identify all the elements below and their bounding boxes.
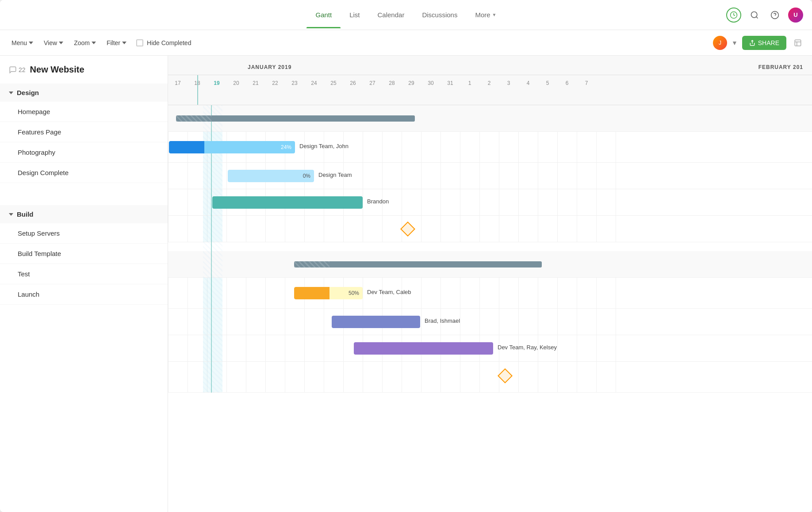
timer-icon[interactable]	[726, 8, 741, 23]
hide-completed-checkbox[interactable]	[136, 39, 143, 46]
design-collapse-icon	[9, 92, 13, 94]
tab-gantt[interactable]: Gantt	[306, 1, 341, 28]
build-collapse-icon	[9, 213, 13, 216]
test-label: Test	[18, 270, 30, 278]
view-chevron-icon	[59, 42, 63, 44]
gantt-section-gap-1	[0, 183, 168, 205]
gantt-row	[168, 216, 812, 242]
sidebar-item-features-page[interactable]: Features Page	[0, 122, 168, 142]
homepage-label: Homepage	[18, 108, 50, 115]
gantt-row: Dev Team, Ray, Kelsey	[168, 335, 812, 362]
tab-more-label: More	[475, 11, 490, 19]
gantt-row: Dev Team, Caleb50%	[168, 278, 812, 309]
filter-label: Filter	[107, 39, 120, 46]
share-button[interactable]: SHARE	[742, 36, 786, 50]
svg-line-2	[756, 16, 758, 18]
zoom-button[interactable]: Zoom	[69, 37, 100, 49]
zoom-chevron-icon	[92, 42, 96, 44]
view-label: View	[44, 39, 57, 46]
svg-point-1	[751, 11, 757, 17]
project-header: 22 New Website	[0, 56, 168, 84]
today-line	[197, 75, 198, 105]
search-icon[interactable]	[747, 8, 762, 22]
gantt-row: Design Team, John24%	[168, 132, 812, 163]
sidebar-section-design[interactable]: Design	[0, 84, 168, 102]
toolbar-right: J ▼ SHARE	[713, 36, 805, 50]
share-label: SHARE	[758, 39, 779, 46]
filter-button[interactable]: Filter	[102, 37, 131, 49]
launch-label: Launch	[18, 290, 39, 298]
tab-discussions[interactable]: Discussions	[413, 1, 466, 28]
sidebar-item-photography[interactable]: Photography	[0, 142, 168, 163]
sidebar-item-build-template[interactable]: Build Template	[0, 244, 168, 264]
gantt-row: 0%Design Team	[168, 163, 812, 189]
gantt-row	[168, 362, 812, 393]
avatar-chevron-icon: ▼	[732, 39, 738, 46]
notification-icon[interactable]	[791, 36, 805, 50]
tab-gantt-label: Gantt	[315, 11, 332, 19]
toolbar-user-avatar[interactable]: J	[713, 36, 727, 50]
project-title: New Website	[30, 65, 84, 75]
tab-calendar-label: Calendar	[378, 11, 405, 19]
build-template-label: Build Template	[18, 250, 61, 257]
view-button[interactable]: View	[39, 37, 68, 49]
gantt-row: Brad, Ishmael	[168, 309, 812, 335]
tab-more[interactable]: More ▼	[466, 1, 505, 28]
gantt-row	[168, 105, 812, 132]
filter-chevron-icon	[122, 42, 126, 44]
gantt-body: Design Team, John24%0%Design TeamBrandon…	[168, 105, 812, 393]
features-page-label: Features Page	[18, 128, 61, 136]
tab-list[interactable]: List	[341, 1, 368, 28]
tab-list-label: List	[349, 11, 360, 19]
main-content: 22 New Website Design Homepage Features …	[0, 56, 812, 512]
nav-right: U	[726, 8, 803, 23]
sidebar-item-setup-servers[interactable]: Setup Servers	[0, 223, 168, 244]
gantt-chart: JANUARY 2019 FEBRUARY 201 17181920212223…	[168, 56, 812, 512]
comment-count: 22	[19, 66, 26, 73]
setup-servers-label: Setup Servers	[18, 229, 60, 237]
sidebar: 22 New Website Design Homepage Features …	[0, 56, 168, 512]
build-section-label: Build	[17, 210, 34, 218]
menu-button[interactable]: Menu	[7, 37, 38, 49]
zoom-label: Zoom	[74, 39, 90, 46]
nav-tabs: Gantt List Calendar Discussions More ▼	[306, 1, 505, 28]
hide-completed-toggle[interactable]: Hide Completed	[136, 39, 191, 46]
gantt-row	[168, 242, 812, 251]
photography-label: Photography	[18, 149, 55, 156]
design-complete-label: Design Complete	[18, 169, 69, 176]
design-section-label: Design	[17, 89, 39, 96]
january-label: JANUARY 2019	[248, 64, 291, 70]
sidebar-item-homepage[interactable]: Homepage	[0, 102, 168, 122]
help-icon[interactable]	[768, 8, 782, 22]
tab-calendar[interactable]: Calendar	[369, 1, 414, 28]
toolbar: Menu View Zoom Filter Hide Completed J ▼	[0, 30, 812, 56]
sidebar-item-launch[interactable]: Launch	[0, 284, 168, 305]
gantt-row	[168, 251, 812, 278]
menu-label: Menu	[11, 39, 27, 46]
comment-badge[interactable]: 22	[9, 66, 26, 74]
user-avatar[interactable]: U	[788, 8, 803, 23]
more-chevron-icon: ▼	[492, 12, 497, 17]
sidebar-section-build[interactable]: Build	[0, 205, 168, 223]
menu-chevron-icon	[29, 42, 33, 44]
tab-discussions-label: Discussions	[422, 11, 457, 19]
sidebar-item-test[interactable]: Test	[0, 264, 168, 284]
days-row: 1718192021222324252627282930311234567	[168, 75, 812, 91]
sidebar-item-design-complete[interactable]: Design Complete	[0, 163, 168, 183]
top-nav: Gantt List Calendar Discussions More ▼	[0, 0, 812, 30]
svg-rect-6	[795, 40, 801, 46]
hide-completed-label: Hide Completed	[147, 39, 191, 46]
february-label: FEBRUARY 201	[758, 64, 803, 70]
gantt-header: JANUARY 2019 FEBRUARY 201 17181920212223…	[168, 56, 812, 105]
gantt-row: Brandon	[168, 189, 812, 216]
